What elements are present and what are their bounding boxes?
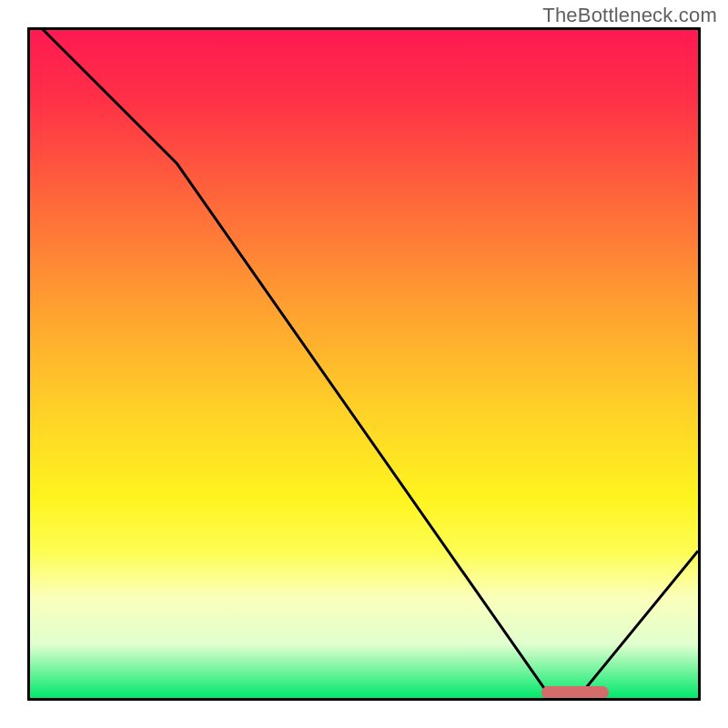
plot-area bbox=[27, 27, 701, 701]
optimal-range-marker bbox=[541, 686, 609, 699]
bottleneck-curve bbox=[30, 30, 698, 698]
watermark-text: TheBottleneck.com bbox=[542, 4, 717, 27]
chart-container: TheBottleneck.com bbox=[0, 0, 728, 728]
